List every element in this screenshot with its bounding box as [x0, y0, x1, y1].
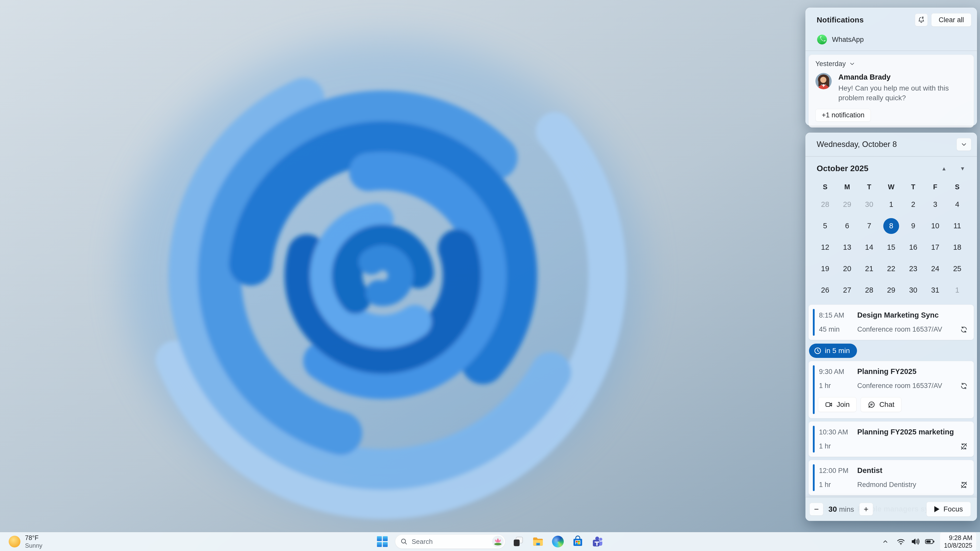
windows-logo-icon	[377, 536, 388, 547]
calendar-day[interactable]: 11	[946, 215, 968, 237]
calendar-day[interactable]: 2	[902, 194, 924, 215]
calendar-day[interactable]: 25	[946, 258, 968, 279]
weather-condition: Sunny	[25, 542, 42, 549]
day-of-week-headers: S M T W T F S	[805, 181, 977, 194]
calendar-day[interactable]: 6	[836, 215, 858, 237]
do-not-disturb-button[interactable]	[915, 14, 928, 26]
whatsapp-group-header[interactable]: WhatsApp	[805, 32, 977, 51]
event-card[interactable]: 12:00 PMDentist1 hrRedmond Dentistry	[808, 460, 974, 495]
calendar-collapse-button[interactable]	[956, 138, 971, 151]
calendar-day[interactable]: 7	[858, 215, 880, 237]
calendar-day[interactable]: 10	[924, 215, 946, 237]
event-card[interactable]: 8:15 AMDesign Marketing Sync45 minConfer…	[808, 305, 974, 340]
teams-icon	[592, 535, 604, 548]
chevron-up-icon	[882, 538, 889, 545]
calendar-day[interactable]: 4	[946, 194, 968, 215]
notification-group-card[interactable]: Yesterday	[808, 55, 974, 127]
event-duration: 45 min	[819, 326, 857, 333]
time-group-header[interactable]: Yesterday	[815, 60, 967, 68]
calendar-day[interactable]: 18	[946, 237, 968, 258]
calendar-day[interactable]: 22	[880, 258, 902, 279]
store-button[interactable]	[571, 534, 585, 549]
increase-duration-button[interactable]: +	[859, 503, 873, 516]
event-card[interactable]: 9:30 AMPlanning FY20251 hrConference roo…	[808, 361, 974, 418]
event-accent-bar	[813, 365, 815, 414]
calendar-day[interactable]: 14	[858, 237, 880, 258]
clock[interactable]: 9:28 AM 10/8/2025	[940, 532, 977, 551]
event-duration: 1 hr	[819, 481, 857, 489]
task-view-button[interactable]	[511, 534, 525, 549]
decrease-duration-button[interactable]: −	[810, 503, 823, 516]
calendar-day[interactable]: 17	[924, 237, 946, 258]
calendar-day[interactable]: 21	[858, 258, 880, 279]
calendar-day[interactable]: 19	[814, 258, 836, 279]
search-input[interactable]	[411, 537, 492, 546]
event-accent-bar	[813, 309, 815, 336]
weather-temp: 78°F	[25, 534, 42, 541]
notification-sender: Amanda Brady	[838, 73, 966, 81]
calendar-day[interactable]: 20	[836, 258, 858, 279]
search-box[interactable]	[395, 534, 505, 549]
teams-button[interactable]	[590, 534, 605, 549]
search-icon	[401, 538, 407, 545]
calendar-month-header: October 2025 ▲ ▼	[805, 157, 977, 181]
calendar-day[interactable]: 9	[902, 215, 924, 237]
weather-widget[interactable]: 78°F Sunny	[6, 532, 45, 551]
calendar-day[interactable]: 28	[814, 194, 836, 215]
calendar-day[interactable]: 29	[836, 194, 858, 215]
event-location: Conference room 16537/AV	[857, 326, 942, 333]
calendar-day[interactable]: 26	[814, 279, 836, 301]
calendar-day[interactable]: 15	[880, 237, 902, 258]
focus-button[interactable]: Focus	[926, 502, 971, 516]
calendar-day[interactable]: 16	[902, 237, 924, 258]
event-card[interactable]: 10:30 AMPlanning FY2025 marketing1 hr	[808, 421, 974, 457]
clear-all-button[interactable]: Clear all	[931, 13, 971, 27]
wifi-icon	[896, 537, 906, 546]
file-explorer-icon	[532, 535, 544, 548]
calendar-day[interactable]: 12	[814, 237, 836, 258]
notifications-title: Notifications	[817, 16, 864, 24]
calendar-date-header: Wednesday, October 8	[805, 133, 977, 156]
month-up-button[interactable]: ▲	[941, 165, 947, 171]
edge-button[interactable]	[551, 534, 565, 549]
calendar-day[interactable]: 13	[836, 237, 858, 258]
whatsapp-icon	[817, 34, 827, 45]
calendar-day[interactable]: 24	[924, 258, 946, 279]
repeat-icon	[960, 382, 968, 390]
calendar-day[interactable]: 30	[902, 279, 924, 301]
more-notifications-button[interactable]: +1 notification	[815, 109, 871, 122]
sun-icon	[8, 535, 21, 548]
dow-label: T	[858, 183, 880, 191]
event-location: Redmond Dentistry	[857, 481, 916, 489]
focus-duration-unit: mins	[839, 505, 854, 513]
start-button[interactable]	[375, 534, 390, 549]
event-title: Dentist	[857, 466, 882, 475]
whatsapp-label: WhatsApp	[832, 36, 864, 44]
calendar-day[interactable]: 31	[924, 279, 946, 301]
notification-item[interactable]: Amanda Brady Hey! Can you help me out wi…	[815, 73, 967, 103]
calendar-day[interactable]: 1	[946, 279, 968, 301]
calendar-day[interactable]: 23	[902, 258, 924, 279]
calendar-day[interactable]: 27	[836, 279, 858, 301]
join-button[interactable]: Join	[818, 397, 856, 412]
calendar-day[interactable]: 3	[924, 194, 946, 215]
chevron-down-icon	[850, 61, 855, 67]
store-icon	[572, 535, 584, 548]
dow-label: S	[814, 183, 836, 191]
file-explorer-button[interactable]	[531, 534, 545, 549]
agenda-list: 8:15 AMDesign Marketing Sync45 minConfer…	[805, 301, 977, 519]
hidden-icons-button[interactable]	[880, 534, 891, 549]
calendar-day[interactable]: 30	[858, 194, 880, 215]
calendar-day[interactable]: 1	[880, 194, 902, 215]
desktop: Notifications Clear all WhatsApp	[0, 0, 980, 551]
reminder-label: in 5 min	[825, 347, 850, 355]
month-down-button[interactable]: ▼	[960, 165, 965, 171]
calendar-day[interactable]: 29	[880, 279, 902, 301]
event-title: Design Marketing Sync	[857, 311, 939, 319]
calendar-day[interactable]: 8	[880, 215, 902, 237]
chat-button[interactable]: Chat	[861, 397, 901, 412]
calendar-flyout: Wednesday, October 8 October 2025 ▲ ▼ S …	[805, 133, 977, 521]
calendar-day[interactable]: 28	[858, 279, 880, 301]
system-tray-status[interactable]	[894, 537, 937, 546]
calendar-day[interactable]: 5	[814, 215, 836, 237]
